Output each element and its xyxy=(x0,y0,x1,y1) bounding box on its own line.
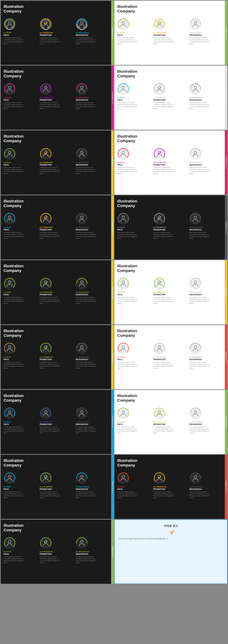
icon-item-2: 02 | PROMOTION PROMOTION Lorem ipsum dol… xyxy=(153,18,186,45)
icon-desc-3: Lorem ipsum dolor sit amet, consectetur … xyxy=(76,491,97,499)
main-grid: IllustrationCompany 01 | PACE PACE Lorem… xyxy=(0,0,228,584)
side-bar: Forbes xyxy=(111,1,114,65)
icon-item-2: 02 | PROMOTION PROMOTION Lorem ipsum dol… xyxy=(40,148,73,175)
icon-item-2: 02 | PROMOTION PROMOTION Lorem ipsum dol… xyxy=(153,472,186,499)
circle-icon-3 xyxy=(189,83,202,95)
icon-item-3: 03 | RESOURCES RESOURCES Lorem ipsum dol… xyxy=(189,148,222,175)
icon-label-row-2: 02 | PROMOTION PROMOTION Lorem ipsum dol… xyxy=(153,291,175,304)
icon-desc-2: Lorem ipsum dolor sit amet, consectetur … xyxy=(40,361,61,369)
icon-item-2: 02 | PROMOTION PROMOTION Lorem ipsum dol… xyxy=(40,18,73,45)
icon-desc-2: Lorem ipsum dolor sit amet, consectetur … xyxy=(153,232,175,240)
icon-item-3: 03 | RESOURCES RESOURCES Lorem ipsum dol… xyxy=(76,342,109,369)
icon-label-row-1: 01 | PACE PACE Lorem ipsum dolor sit ame… xyxy=(117,291,138,304)
circle-icon-3 xyxy=(76,342,88,354)
icons-row-16: 01 | PACE PACE Lorem ipsum dolor sit ame… xyxy=(117,472,222,499)
icon-item-2: 02 | PROMOTION PROMOTION Lorem ipsum dol… xyxy=(40,212,73,240)
icon-title-1: PACE xyxy=(117,99,122,101)
circle-icon-1 xyxy=(4,18,16,30)
icon-title-3: RESOURCES xyxy=(76,294,88,296)
icon-desc-1: Lorem ipsum dolor sit amet, consectetur … xyxy=(117,361,138,369)
icon-title-3: RESOURCES xyxy=(189,358,202,360)
icon-label-row-2: 02 | PROMOTION PROMOTION Lorem ipsum dol… xyxy=(153,32,175,45)
icon-title-2: PROMOTION xyxy=(40,34,52,36)
card-9: IllustrationCompany 01 | PACE PACE Lorem… xyxy=(1,260,114,324)
icon-title-1: PACE xyxy=(4,229,9,231)
card-title-1: IllustrationCompany xyxy=(4,4,109,14)
license-title: 저작권 공고 xyxy=(119,524,223,528)
icon-label-row-2: 02 | PROMOTION PROMOTION Lorem ipsum dol… xyxy=(40,356,61,369)
icon-item-1: 01 | PACE PACE Lorem ipsum dolor sit ame… xyxy=(4,83,36,110)
icon-num-3: 03 | RESOURCES xyxy=(76,97,89,98)
circle-icon-3 xyxy=(189,342,202,354)
icon-desc-3: Lorem ipsum dolor sit amet, consectetur … xyxy=(76,166,97,175)
icon-num-1: 01 | PACE xyxy=(4,356,11,358)
icon-label-row-2: 02 | PROMOTION PROMOTION Lorem ipsum dol… xyxy=(40,421,61,434)
icon-desc-1: Lorem ipsum dolor sit amet, consectetur … xyxy=(4,296,25,304)
icon-item-1: 01 | PACE PACE Lorem ipsum dolor sit ame… xyxy=(117,83,150,110)
circle-icon-1 xyxy=(117,18,129,30)
icon-desc-1: Lorem ipsum dolor sit amet, consectetur … xyxy=(4,426,25,434)
icon-label-row-3: 03 | RESOURCES RESOURCES Lorem ipsum dol… xyxy=(189,421,211,434)
icon-desc-3: Lorem ipsum dolor sit amet, consectetur … xyxy=(189,232,211,240)
card-title-16: IllustrationCompany xyxy=(117,458,222,468)
circle-icon-2 xyxy=(153,18,166,30)
icon-desc-3: Lorem ipsum dolor sit amet, consectetur … xyxy=(189,37,211,45)
icon-title-2: PROMOTION xyxy=(153,294,166,296)
icon-desc-3: Lorem ipsum dolor sit amet, consectetur … xyxy=(189,296,211,304)
icon-label-row-3: 03 | RESOURCES RESOURCES Lorem ipsum dol… xyxy=(189,162,211,175)
side-bar: Forbes xyxy=(225,1,227,65)
icon-title-2: PROMOTION xyxy=(40,229,52,231)
side-label: Forbes xyxy=(112,546,113,553)
card-4: IllustrationCompany 01 | PACE PACE Lorem… xyxy=(114,66,227,130)
icon-num-2: 02 | PROMOTION xyxy=(40,97,53,98)
icon-label-row-3: 03 | RESOURCES RESOURCES Lorem ipsum dol… xyxy=(189,356,211,369)
circle-icon-2 xyxy=(40,148,52,160)
icon-num-2: 02 | PROMOTION xyxy=(153,162,166,164)
icon-num-1: 01 | PACE xyxy=(117,97,125,98)
icon-item-3: 03 | RESOURCES RESOURCES Lorem ipsum dol… xyxy=(189,83,222,110)
icon-desc-3: Lorem ipsum dolor sit amet, consectetur … xyxy=(76,37,97,45)
icon-num-1: 01 | PACE xyxy=(117,421,125,423)
side-label: Forbes xyxy=(225,481,227,488)
icon-label-row-1: 01 | PACE PACE Lorem ipsum dolor sit ame… xyxy=(4,162,25,175)
icon-title-1: PACE xyxy=(4,358,9,360)
icon-num-3: 03 | RESOURCES xyxy=(189,421,203,423)
circle-icon-3 xyxy=(189,212,202,225)
icon-item-2: 02 | PROMOTION PROMOTION Lorem ipsum dol… xyxy=(40,278,73,304)
icon-num-2: 02 | PROMOTION xyxy=(40,551,53,552)
icon-desc-3: Lorem ipsum dolor sit amet, consectetur … xyxy=(76,556,97,564)
icon-label-row-1: 01 | PACE PACE Lorem ipsum dolor sit ame… xyxy=(4,421,25,434)
icon-label-row-1: 01 | PACE PACE Lorem ipsum dolor sit ame… xyxy=(117,32,138,45)
icon-num-1: 01 | PACE xyxy=(4,551,11,552)
icon-num-3: 03 | RESOURCES xyxy=(189,486,203,488)
icon-item-3: 03 | RESOURCES RESOURCES Lorem ipsum dol… xyxy=(76,83,109,110)
icon-label-row-3: 03 | RESOURCES RESOURCES Lorem ipsum dol… xyxy=(189,291,211,304)
icon-desc-1: Lorem ipsum dolor sit amet, consectetur … xyxy=(117,232,138,240)
icon-title-3: RESOURCES xyxy=(189,488,202,490)
card-5: IllustrationCompany 01 | PACE PACE Lorem… xyxy=(1,130,114,194)
icon-item-3: 03 | RESOURCES RESOURCES Lorem ipsum dol… xyxy=(189,18,222,45)
card-title-6: IllustrationCompany xyxy=(117,134,222,144)
icon-num-2: 02 | PROMOTION xyxy=(40,162,53,164)
icons-row-11: 01 | PACE PACE Lorem ipsum dolor sit ame… xyxy=(4,342,109,369)
icon-desc-2: Lorem ipsum dolor sit amet, consectetur … xyxy=(40,37,61,45)
icon-item-2: 02 | PROMOTION PROMOTION Lorem ipsum dol… xyxy=(40,83,73,110)
circle-icon-2 xyxy=(40,83,52,95)
icon-desc-1: Lorem ipsum dolor sit amet, consectetur … xyxy=(117,491,138,499)
icon-title-1: PACE xyxy=(117,164,122,166)
icon-num-1: 01 | PACE xyxy=(4,486,11,488)
icon-label-row-3: 03 | RESOURCES RESOURCES Lorem ipsum dol… xyxy=(76,551,97,564)
icon-item-3: 03 | RESOURCES RESOURCES Lorem ipsum dol… xyxy=(189,472,222,499)
card-16: IllustrationCompany 01 | PACE PACE Lorem… xyxy=(114,455,227,519)
icon-item-1: 01 | PACE PACE Lorem ipsum dolor sit ame… xyxy=(117,472,150,499)
circle-icon-3 xyxy=(76,18,88,30)
card-2: IllustrationCompany 01 | PACE PACE Lorem… xyxy=(114,1,227,65)
icon-label-row-1: 01 | PACE PACE Lorem ipsum dolor sit ame… xyxy=(117,356,138,369)
circle-icon-1 xyxy=(117,342,129,354)
icon-title-1: PACE xyxy=(4,99,9,101)
card-8: IllustrationCompany 01 | PACE PACE Lorem… xyxy=(114,195,227,260)
icon-num-1: 01 | PACE xyxy=(117,486,125,488)
icon-desc-1: Lorem ipsum dolor sit amet, consectetur … xyxy=(4,491,25,499)
card-6: IllustrationCompany 01 | PACE PACE Lorem… xyxy=(114,130,227,194)
card-title-17: IllustrationCompany xyxy=(4,523,109,533)
